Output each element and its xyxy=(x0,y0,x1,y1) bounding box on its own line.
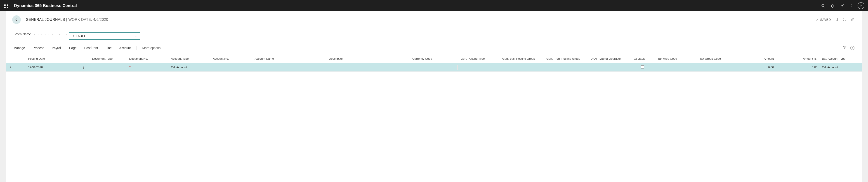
svg-point-3 xyxy=(851,6,851,7)
col-gen-bus-group[interactable]: Gen. Bus. Posting Group xyxy=(500,55,544,63)
cell-posting-date[interactable]: 12/31/2018 xyxy=(26,63,77,72)
info-icon[interactable]: i xyxy=(850,46,855,50)
menu-process[interactable]: Process xyxy=(33,46,44,50)
row-menu-icon[interactable] xyxy=(77,63,90,72)
menu-manage[interactable]: Manage xyxy=(13,46,25,50)
col-tax-group-code[interactable]: Tax Group Code xyxy=(698,55,735,63)
cell-gen-bus-group[interactable] xyxy=(500,63,544,72)
topbar: Dynamics 365 Business Central IK xyxy=(0,0,868,11)
col-posting-date[interactable]: Posting Date xyxy=(26,55,77,63)
search-icon[interactable] xyxy=(818,0,828,11)
col-document-type[interactable]: Document Type xyxy=(90,55,127,63)
svg-point-2 xyxy=(842,5,843,6)
col-gen-prod-group[interactable]: Gen. Prod. Posting Group xyxy=(544,55,588,63)
page-title-sub: WORK DATE: 4/6/2020 xyxy=(68,18,108,22)
col-tax-area-code[interactable]: Tax Area Code xyxy=(655,55,698,63)
col-account-name[interactable]: Account Name xyxy=(252,55,327,63)
col-bal-account-type[interactable]: Bal. Account Type xyxy=(819,55,862,63)
col-gen-posting-type[interactable]: Gen. Posting Type xyxy=(458,55,500,63)
cell-account-name[interactable] xyxy=(252,63,327,72)
page-title-main: GENERAL JOURNALS xyxy=(26,18,65,22)
cell-description[interactable] xyxy=(327,63,410,72)
col-amount[interactable]: Amount xyxy=(735,55,776,63)
journal-grid: Posting Date Document Type Document No. … xyxy=(6,55,862,72)
cell-gen-posting-type[interactable] xyxy=(458,63,500,72)
cell-diot-type[interactable] xyxy=(588,63,630,72)
cell-tax-liable[interactable] xyxy=(630,63,655,72)
divider xyxy=(13,27,855,27)
cell-currency-code[interactable] xyxy=(410,63,456,72)
grid-header-row: Posting Date Document Type Document No. … xyxy=(6,55,862,63)
row-selector-icon[interactable] xyxy=(6,63,26,72)
filter-icon[interactable] xyxy=(843,46,847,50)
page-title-sep: | xyxy=(65,18,68,22)
col-account-no[interactable]: Account No. xyxy=(211,55,252,63)
app-launcher-icon[interactable] xyxy=(3,2,9,9)
cell-document-no[interactable]: * xyxy=(127,63,169,72)
notifications-icon[interactable] xyxy=(828,0,837,11)
collapse-icon[interactable] xyxy=(850,18,855,22)
saved-status: SAVED xyxy=(815,18,831,22)
menu-more-options[interactable]: More options xyxy=(142,46,160,50)
menu-account[interactable]: Account xyxy=(119,46,131,50)
col-currency-code[interactable]: Currency Code xyxy=(410,55,456,63)
cell-amount[interactable]: 0.00 xyxy=(735,63,776,72)
col-description[interactable]: Description xyxy=(327,55,410,63)
menu-payroll[interactable]: Payroll xyxy=(52,46,61,50)
bookmark-icon[interactable] xyxy=(835,18,839,22)
avatar[interactable]: IK xyxy=(858,2,864,9)
required-asterisk-icon: * xyxy=(129,65,131,69)
popout-icon[interactable] xyxy=(843,18,846,22)
cell-gen-prod-group[interactable] xyxy=(544,63,588,72)
check-icon xyxy=(815,18,819,22)
col-document-no[interactable]: Document No. xyxy=(127,55,169,63)
menu-divider xyxy=(136,46,137,50)
gear-icon[interactable] xyxy=(837,0,847,11)
cell-bal-account-type[interactable]: G/L Account xyxy=(819,63,862,72)
menu-line[interactable]: Line xyxy=(105,46,112,50)
action-bar: Manage Process Payroll Page Post/Print L… xyxy=(13,46,855,50)
col-tax-liable[interactable]: Tax Liable xyxy=(630,55,655,63)
brand-title: Dynamics 365 Business Central xyxy=(14,3,77,8)
svg-point-0 xyxy=(822,4,824,6)
batch-name-lookup-icon[interactable]: ··· xyxy=(133,34,138,38)
cell-document-type[interactable] xyxy=(90,63,127,72)
col-diot-type[interactable]: DIOT Type of Operation xyxy=(588,55,630,63)
table-row[interactable]: 12/31/2018 * G/L Account xyxy=(6,63,862,72)
cell-account-no[interactable] xyxy=(211,63,252,72)
batch-name-value: DEFAULT xyxy=(71,34,86,38)
saved-label: SAVED xyxy=(820,18,831,22)
help-icon[interactable] xyxy=(847,0,856,11)
cell-account-type[interactable]: G/L Account xyxy=(168,63,211,72)
cell-amount-usd[interactable]: 0.00 xyxy=(778,63,820,72)
col-account-type[interactable]: Account Type xyxy=(168,55,211,63)
page-title: GENERAL JOURNALS | WORK DATE: 4/6/2020 xyxy=(26,18,108,22)
cell-tax-group-code[interactable] xyxy=(698,63,735,72)
cell-tax-area-code[interactable] xyxy=(655,63,698,72)
svg-line-1 xyxy=(824,6,825,7)
page: GENERAL JOURNALS | WORK DATE: 4/6/2020 S… xyxy=(6,11,862,182)
batch-name-label: Batch Name · · · · · · · · · · · · · · ·… xyxy=(13,32,69,39)
page-header: GENERAL JOURNALS | WORK DATE: 4/6/2020 S… xyxy=(13,11,855,27)
menu-post-print[interactable]: Post/Print xyxy=(84,46,98,50)
menu-page[interactable]: Page xyxy=(69,46,76,50)
batch-name-field: Batch Name · · · · · · · · · · · · · · ·… xyxy=(13,32,855,39)
back-button[interactable] xyxy=(12,16,21,24)
checkbox[interactable] xyxy=(641,65,644,68)
col-amount-usd[interactable]: Amount ($) xyxy=(778,55,820,63)
batch-name-select[interactable]: DEFAULT ··· xyxy=(69,32,140,39)
